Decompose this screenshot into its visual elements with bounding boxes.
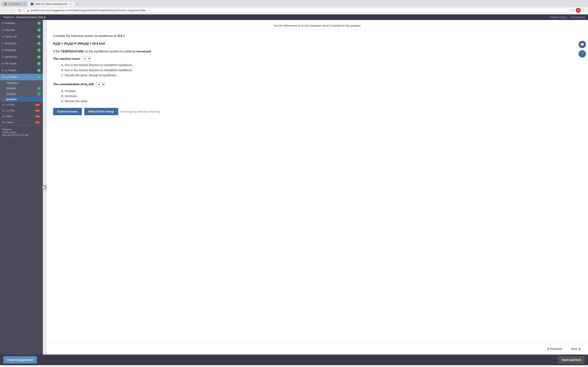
question-2-prompt: The concentration of H2 will: ▾ A B C [53,82,582,87]
sidebar-item-3-badge: M [37,28,41,32]
content-area: 2. Activation ... M 3. Calculate ... M 4… [0,20,588,355]
sidebar-item-3[interactable]: 3. Calculate ... M [0,27,43,33]
sidebar-item-14-attempts: 2rec [35,121,41,124]
lock-icon: 🔒 [26,9,30,12]
sidebar-sub-preparation[interactable]: Preparation [4,81,43,85]
sidebar-item-12-label: 12. Le Cha... [2,109,16,112]
sidebar-item-13[interactable]: 13. Effect ... 2rec [0,114,43,119]
sidebar-item-7-badge: M [37,55,41,59]
next-button[interactable]: Next ❯ [568,346,584,352]
save-and-exit-button[interactable]: Save and Exit [558,356,585,364]
sidebar-item-13-attempts: 2rec [35,115,41,118]
bookmark-icon[interactable]: ☆ [571,8,574,12]
sidebar-item-7[interactable]: 7. Equilibrium... M [0,54,43,60]
tab-close-owlv2[interactable]: ✕ [70,3,72,6]
sidebar-item-2-badge: M [37,21,41,25]
sidebar-item-14-label: 14. Calcul... [2,121,15,124]
sidebar-item-5[interactable]: 5. Writing Eq... M [0,40,43,47]
sidebar-item-6-badge: M [37,48,41,52]
sidebar-item-8-badge: M [37,62,41,66]
question-1-select[interactable]: ▾ A B C [82,56,91,61]
menu-icon[interactable]: ⋮ [582,8,586,12]
sidebar-item-7-label: 7. Equilibrium... [2,55,19,58]
tab-bar: LTI Launch ✕ OWLv2 | Online teaching and… [0,0,588,7]
sidebar-item-8-label: 8. The Signifi... [2,62,18,65]
question-2-select[interactable]: ▾ A B C [96,82,105,87]
progress-due: Due Apr 29 at 11:55 PM [2,134,41,137]
next-label: Next [571,347,577,350]
q2-option-a: A. Increase. [61,89,582,94]
finish-assignment-button[interactable]: Finish Assignment [3,356,37,364]
chevron-left-icon: ❮ [547,347,549,350]
sidebar-item-10-badge: M [37,75,41,79]
attempts-remaining-text: 9 more group attempts remaining [121,110,160,113]
sidebar-item-5-label: 5. Writing Eq... [2,42,18,45]
sidebar-item-4[interactable]: 4. Factors Aff... M [0,33,43,40]
new-tab-button[interactable]: + [75,2,80,6]
sidebar-item-9[interactable]: 9. Le Chateli... M [0,67,43,74]
sidebar-sub-10: Preparation Question ✓ Question ✓ Questi… [0,81,43,102]
chevron-right-icon: ❯ [578,347,581,350]
progress-groups: 10/14 groups [2,131,41,134]
tab-owlv2[interactable]: OWLv2 | Online teaching and ✕ [28,1,74,7]
sidebar-expand-button[interactable]: ▶ [42,185,47,190]
sidebar-sub-question-1[interactable]: Question ✓ [4,85,43,91]
chemical-equation: N2(g) + 3H2(g) ⇌ 2NH3(g) + 26.6 kcal [53,42,582,46]
help-button[interactable]: ? [579,50,586,58]
sidebar-item-6[interactable]: 6. Writing Eq... M [0,47,43,54]
sidebar-item-2[interactable]: 2. Activation ... M [0,20,43,27]
top-bar-title: Theme 8 - Chemical Kinetics OWLS [3,16,550,19]
forward-button[interactable]: → [10,8,16,13]
sidebar-item-8[interactable]: 8. The Signifi... M [0,60,43,67]
sidebar-item-10[interactable]: 10. Le Chatel... M [0,74,43,81]
sidebar-item-4-badge: M [37,35,41,39]
sidebar-item-14[interactable]: 14. Calcul... 2rec [0,119,43,125]
sidebar-sub-question-2-label: Question [6,92,16,95]
tab-lti-launch[interactable]: LTI Launch ✕ [2,1,27,7]
sidebar-item-12[interactable]: 12. Le Cha... 2rec [0,108,43,114]
progress-section: Progress: 10/14 groups Due Apr 29 at 11:… [0,125,43,139]
right-float-buttons: 💬 ? [579,41,586,58]
url-text: prod04-cnow-owl.cengagenow.com/ilrn/take… [31,9,567,12]
references-link[interactable]: [References] [571,16,585,19]
sidebar-item-4-label: 4. Factors Aff... [2,35,18,38]
chat-button[interactable]: 💬 [579,41,586,48]
sidebar-sub-question-2[interactable]: Question ✓ [4,91,43,97]
sidebar-item-5-badge: M [37,42,41,45]
question-2-options: A. Increase. B. Decrease. C. Remain the … [61,89,582,104]
review-topics-link[interactable]: [Review Topics] [550,16,567,19]
sidebar-wrapper: 2. Activation ... M 3. Calculate ... M 4… [0,20,47,355]
q2-option-b: B. Decrease. [61,94,582,99]
tab-close-lti[interactable]: ✕ [23,3,25,6]
user-avatar[interactable]: R [576,8,581,13]
sidebar-item-9-label: 9. Le Chateli... [2,69,18,72]
sidebar-sub-question-3-label: Question [6,98,17,101]
submit-answer-button[interactable]: Submit Answer [53,108,82,115]
sidebar-item-11[interactable]: 11. Le Cha... 2rec [0,102,43,108]
sidebar-item-3-label: 3. Calculate ... [2,29,18,31]
tab-label-owlv2: OWLv2 | Online teaching and [35,3,67,6]
previous-label: Previous [550,347,562,350]
condition-text: If the TEMPERATURE on the equilibrium sy… [53,49,582,54]
q2-option-c: C. Remain the same. [61,99,582,104]
address-bar: ← → ↻ 🔒 prod04-cnow-owl.cengagenow.com/i… [0,7,588,14]
question-intro-text: Consider the following system at equilib… [53,33,582,38]
reload-button[interactable]: ↻ [17,8,22,13]
retry-entire-group-button[interactable]: Retry Entire Group [84,108,118,115]
sidebar-sub-question-3[interactable]: Question [4,97,43,102]
back-button[interactable]: ← [2,8,8,13]
tab-icon-owlv2 [31,3,34,6]
top-bar: Theme 8 - Chemical Kinetics OWLS [Review… [0,15,588,20]
sidebar-item-2-label: 2. Activation ... [2,22,18,25]
address-icons: ☆ R ⋮ [571,8,586,13]
sidebar-item-12-attempts: 2rec [35,109,41,112]
chat-icon: 💬 [580,43,584,47]
progress-label: Progress: [2,128,41,131]
previous-button[interactable]: ❮ Previous [544,346,566,352]
url-box[interactable]: 🔒 prod04-cnow-owl.cengagenow.com/ilrn/ta… [24,8,570,13]
sidebar-sub-question-2-badge: ✓ [37,92,41,96]
sidebar-item-11-label: 11. Le Cha... [2,103,16,106]
page-navigation: ❮ Previous Next ❯ [47,343,588,355]
help-icon: ? [581,52,583,56]
action-buttons: Submit Answer Retry Entire Group 9 more … [53,108,582,115]
